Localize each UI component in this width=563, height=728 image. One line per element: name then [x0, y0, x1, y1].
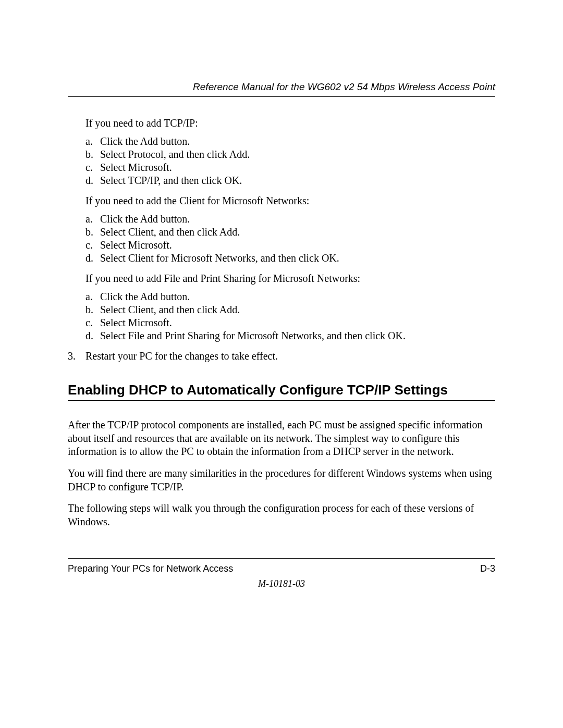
- list-item: d.Select TCP/IP, and then click OK.: [85, 174, 495, 187]
- running-header: Reference Manual for the WG602 v2 54 Mbp…: [68, 81, 495, 97]
- main-step-3: 3. Restart your PC for the changes to ta…: [68, 350, 495, 363]
- list-text: Select Client for Microsoft Networks, an…: [100, 252, 339, 265]
- list-item: d.Select File and Print Sharing for Micr…: [85, 329, 495, 342]
- list-marker: c.: [85, 161, 100, 174]
- list-marker: b.: [85, 226, 100, 239]
- list-text: Click the Add button.: [100, 135, 190, 148]
- client-intro: If you need to add the Client for Micros…: [85, 194, 495, 207]
- list-marker: a.: [85, 213, 100, 226]
- list-text: Select Client, and then click Add.: [100, 226, 240, 239]
- list-marker: c.: [85, 316, 100, 329]
- footer-page: D-3: [480, 563, 495, 575]
- list-item: b.Select Client, and then click Add.: [85, 303, 495, 316]
- list-text: Select File and Print Sharing for Micros…: [100, 329, 406, 342]
- list-marker: b.: [85, 303, 100, 316]
- list-item: a.Click the Add button.: [85, 290, 495, 303]
- client-steps: a.Click the Add button. b.Select Client,…: [85, 213, 495, 265]
- header-title: Reference Manual for the WG602 v2 54 Mbp…: [193, 81, 495, 92]
- list-text: Click the Add button.: [100, 213, 190, 226]
- list-marker: d.: [85, 329, 100, 342]
- fps-intro: If you need to add File and Print Sharin…: [85, 272, 495, 285]
- list-marker: a.: [85, 290, 100, 303]
- list-item: c.Select Microsoft.: [85, 239, 495, 252]
- list-text: Select Microsoft.: [100, 239, 172, 252]
- body-paragraph: After the TCP/IP protocol components are…: [68, 418, 495, 459]
- list-item: a.Click the Add button.: [85, 135, 495, 148]
- list-text: Select TCP/IP, and then click OK.: [100, 174, 242, 187]
- list-item: d.Select Client for Microsoft Networks, …: [85, 252, 495, 265]
- list-marker: b.: [85, 148, 100, 161]
- page: Reference Manual for the WG602 v2 54 Mbp…: [0, 0, 563, 728]
- list-marker: 3.: [68, 350, 85, 363]
- body-indent: If you need to add TCP/IP: a.Click the A…: [85, 117, 495, 342]
- list-marker: d.: [85, 174, 100, 187]
- body-paragraph: The following steps will walk you throug…: [68, 502, 495, 528]
- section-heading: Enabling DHCP to Automatically Configure…: [68, 381, 495, 401]
- footer-section: Preparing Your PCs for Network Access: [68, 563, 233, 575]
- list-text: Restart your PC for the changes to take …: [85, 350, 278, 363]
- list-marker: a.: [85, 135, 100, 148]
- list-text: Select Microsoft.: [100, 316, 172, 329]
- list-item: b.Select Protocol, and then click Add.: [85, 148, 495, 161]
- list-marker: c.: [85, 239, 100, 252]
- page-footer: Preparing Your PCs for Network Access D-…: [68, 558, 495, 575]
- body-paragraph: You will find there are many similaritie…: [68, 467, 495, 493]
- tcpip-intro: If you need to add TCP/IP:: [85, 117, 495, 130]
- list-marker: d.: [85, 252, 100, 265]
- list-item: c.Select Microsoft.: [85, 161, 495, 174]
- list-item: 3. Restart your PC for the changes to ta…: [68, 350, 495, 363]
- list-text: Select Protocol, and then click Add.: [100, 148, 250, 161]
- list-text: Select Client, and then click Add.: [100, 303, 240, 316]
- tcpip-steps: a.Click the Add button. b.Select Protoco…: [85, 135, 495, 187]
- list-text: Select Microsoft.: [100, 161, 172, 174]
- list-item: a.Click the Add button.: [85, 213, 495, 226]
- list-item: c.Select Microsoft.: [85, 316, 495, 329]
- list-text: Click the Add button.: [100, 290, 190, 303]
- fps-steps: a.Click the Add button. b.Select Client,…: [85, 290, 495, 342]
- footer-docnum: M-10181-03: [0, 578, 563, 590]
- list-item: b.Select Client, and then click Add.: [85, 226, 495, 239]
